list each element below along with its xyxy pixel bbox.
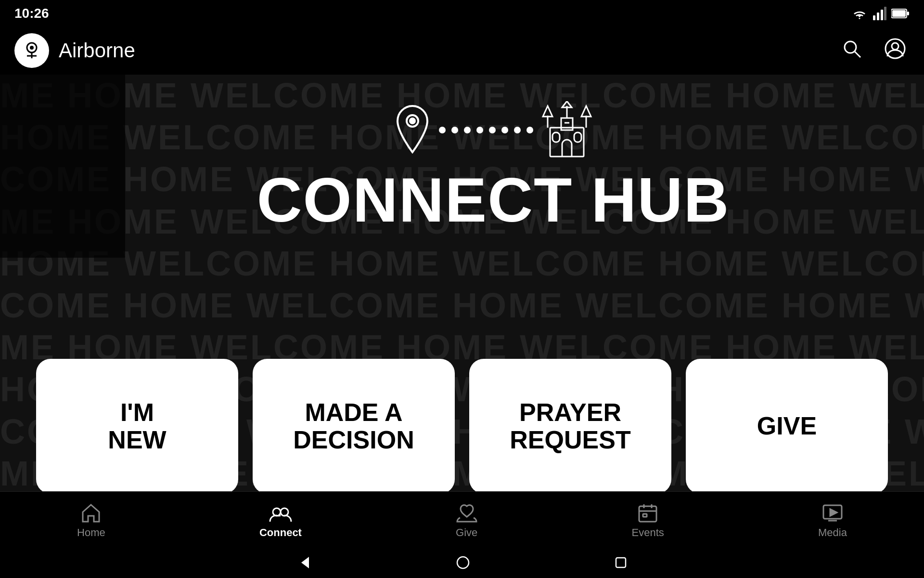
home-icon (80, 502, 102, 524)
nav-give[interactable]: Give (446, 498, 487, 544)
app-logo (14, 33, 49, 68)
svg-rect-2 (881, 10, 883, 20)
svg-point-14 (892, 43, 898, 50)
svg-line-12 (855, 52, 860, 57)
status-icons (851, 7, 910, 20)
prayer-request-label: PRAYERREQUEST (500, 389, 640, 463)
profile-button[interactable] (881, 34, 910, 67)
nav-home[interactable]: Home (67, 498, 115, 544)
media-icon (822, 502, 843, 524)
android-nav (0, 549, 924, 578)
hero-overlay: CONNECT HUB (125, 75, 861, 258)
hero-icons-row (391, 101, 596, 159)
nav-media-label: Media (818, 526, 847, 539)
svg-rect-34 (643, 514, 647, 517)
bottom-nav: Home Connect Give Events (0, 491, 924, 549)
svg-marker-22 (543, 106, 552, 117)
svg-rect-40 (616, 558, 626, 567)
recents-icon (614, 556, 628, 569)
made-a-decision-card[interactable]: MADE ADECISION (253, 359, 455, 494)
svg-marker-36 (830, 509, 837, 516)
android-home-button[interactable] (456, 556, 470, 571)
nav-events[interactable]: Events (622, 498, 674, 544)
status-bar: 10:26 (0, 0, 924, 26)
svg-marker-24 (581, 106, 591, 117)
app-bar-left: Airborne (14, 33, 135, 68)
android-recents-button[interactable] (614, 556, 628, 571)
svg-rect-18 (552, 132, 560, 142)
nav-connect[interactable]: Connect (250, 498, 311, 544)
connect-icon (269, 502, 292, 524)
nav-media[interactable]: Media (808, 498, 857, 544)
dots-decoration (434, 127, 538, 133)
svg-point-16 (410, 118, 415, 123)
im-new-card[interactable]: I'MNEW (36, 359, 238, 494)
svg-rect-19 (574, 132, 581, 142)
signal-icon (873, 7, 886, 20)
events-icon (637, 502, 658, 524)
nav-events-label: Events (632, 526, 664, 539)
svg-point-10 (30, 46, 34, 50)
nav-give-label: Give (456, 526, 477, 539)
wifi-icon (851, 7, 868, 20)
nav-connect-label: Connect (259, 526, 302, 539)
im-new-label: I'MNEW (98, 389, 176, 463)
church-icon (538, 101, 596, 159)
svg-point-13 (886, 39, 905, 58)
made-a-decision-label: MADE ADECISION (283, 389, 424, 463)
svg-rect-6 (892, 10, 906, 17)
give-icon (456, 502, 477, 524)
app-bar: Airborne (0, 26, 924, 75)
app-bar-right (837, 34, 910, 67)
svg-point-39 (457, 557, 469, 568)
status-time: 10:26 (14, 6, 49, 21)
hero-left-panel (0, 75, 125, 258)
prayer-request-card[interactable]: PRAYERREQUEST (469, 359, 671, 494)
search-button[interactable] (837, 34, 866, 67)
search-icon (841, 38, 862, 59)
svg-rect-1 (877, 13, 879, 20)
battery-icon (891, 8, 910, 19)
svg-marker-38 (301, 557, 309, 568)
connect-hub-title: CONNECT HUB (257, 169, 730, 231)
location-pin-icon (391, 104, 434, 157)
profile-icon (885, 38, 906, 59)
android-back-button[interactable] (296, 555, 312, 572)
svg-rect-30 (639, 506, 656, 522)
svg-rect-5 (907, 12, 909, 15)
back-icon (296, 555, 312, 570)
svg-rect-3 (884, 7, 886, 20)
logo-icon (20, 39, 43, 62)
android-home-icon (456, 556, 470, 569)
give-card[interactable]: GIVE (686, 359, 888, 494)
svg-rect-0 (873, 15, 875, 20)
nav-home-label: Home (77, 526, 105, 539)
svg-point-11 (845, 41, 856, 53)
app-title: Airborne (59, 39, 135, 62)
give-label: GIVE (747, 403, 826, 449)
